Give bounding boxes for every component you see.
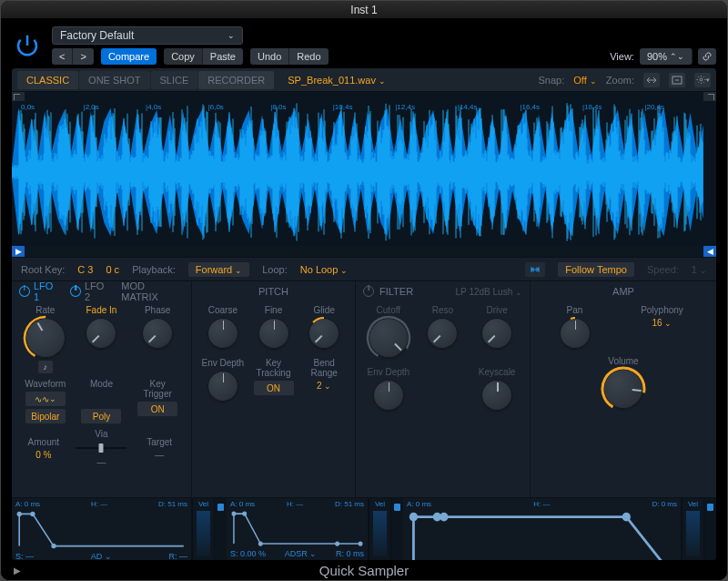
env2-mode[interactable]: ADSR ⌄ — [285, 549, 318, 558]
lfo-via-value[interactable]: — — [96, 457, 106, 467]
pitch-fine-knob[interactable] — [258, 318, 289, 349]
mode-recorder[interactable]: RECORDER — [198, 71, 274, 89]
filter-type-select[interactable]: LP 12dB Lush ⌄ — [456, 287, 522, 297]
zoom-fit-icon[interactable] — [643, 73, 660, 87]
lfo-keytrigger-toggle[interactable]: ON — [137, 402, 177, 416]
mode-one-shot[interactable]: ONE SHOT — [79, 71, 149, 89]
redo-button[interactable]: Redo — [289, 48, 328, 65]
tune-value[interactable]: 0 c — [106, 264, 119, 275]
env-pitch-graph[interactable] — [15, 510, 187, 550]
view-label: View: — [610, 51, 634, 62]
root-key-value[interactable]: C 3 — [77, 264, 93, 275]
filter-title: FILTER — [379, 286, 413, 297]
undo-button[interactable]: Undo — [250, 48, 289, 65]
lfo-target-value[interactable]: — — [155, 450, 164, 460]
lfo-phase-knob[interactable] — [142, 318, 173, 349]
env-filter-graph[interactable] — [230, 510, 364, 547]
env1-r[interactable]: R: — — [168, 552, 187, 560]
amp-volume-knob[interactable] — [603, 369, 643, 409]
loop-value[interactable]: No Loop ⌄ — [300, 264, 349, 275]
filter-cutoff-knob[interactable] — [369, 318, 409, 358]
filter-envdepth-knob[interactable] — [373, 380, 404, 411]
compare-button[interactable]: Compare — [101, 48, 157, 65]
env1-s[interactable]: S: — — [15, 552, 34, 560]
disclosure-play-icon[interactable]: ▶ — [14, 566, 21, 576]
lfo-amount-value[interactable]: 0 % — [35, 450, 51, 460]
lfo-via-slider[interactable] — [76, 442, 126, 454]
env3-vel-slider[interactable] — [703, 498, 716, 560]
time-ruler: 0,0s|2,0s|4,0s|6,0s|8,0s|10,4s|12,4s|14,… — [21, 103, 707, 111]
copy-button[interactable]: Copy — [164, 48, 203, 65]
pitch-envdepth-knob[interactable] — [207, 371, 238, 402]
settings-gear-icon[interactable]: ▾ — [694, 73, 711, 87]
env3-a[interactable]: A: 0 ms — [407, 500, 431, 508]
tab-mod-matrix[interactable]: MOD MATRIX — [121, 280, 184, 302]
mode-classic[interactable]: CLASSIC — [17, 71, 78, 89]
lfo-polarity-select[interactable]: Bipolar — [25, 409, 66, 423]
flex-icon[interactable] — [525, 262, 545, 277]
amp-pan-label: Pan — [567, 305, 583, 315]
loop-label: Loop: — [262, 264, 288, 275]
amp-polyphony-value[interactable]: 16 ⌄ — [652, 318, 672, 328]
pitch-bendrange-label: Bend Range — [310, 358, 337, 378]
playback-mode[interactable]: Forward ⌄ — [188, 262, 249, 277]
env-amp-graph[interactable] — [407, 510, 677, 560]
next-preset-button[interactable]: > — [73, 48, 93, 65]
env1-vel[interactable]: Vel — [192, 498, 214, 560]
pitch-bendrange-value[interactable]: 2 ⌄ — [317, 381, 331, 391]
trim-start-handle[interactable] — [12, 92, 25, 101]
lfo-waveform-select[interactable]: ∿∿⌄ — [25, 392, 66, 406]
preset-selector[interactable]: Factory Default ⌄ — [52, 26, 243, 45]
pitch-glide-knob[interactable] — [308, 318, 339, 349]
mode-slice[interactable]: SLICE — [151, 71, 198, 89]
svg-point-1 — [700, 78, 703, 81]
env1-vel-slider[interactable] — [214, 498, 227, 560]
env2-vel-slider[interactable] — [390, 498, 403, 560]
scroll-left-icon[interactable]: ▶ — [12, 246, 25, 257]
lfo-mode-select[interactable]: Poly — [81, 409, 121, 423]
window-titlebar[interactable]: Inst 1 — [1, 1, 727, 19]
lfo-fadein-label: Fade In — [86, 305, 117, 315]
sample-file-name[interactable]: SP_Break_011.wav ⌄ — [280, 75, 393, 86]
filter-drive-knob[interactable] — [481, 318, 512, 349]
paste-button[interactable]: Paste — [203, 48, 243, 65]
amp-pan-knob[interactable] — [560, 318, 591, 349]
tab-lfo2[interactable]: LFO 2 — [70, 280, 112, 302]
env2-d[interactable]: D: 51 ms — [335, 500, 364, 508]
pitch-coarse-knob[interactable] — [207, 318, 238, 349]
link-icon[interactable] — [698, 48, 716, 65]
pitch-keytrack-toggle[interactable]: ON — [254, 381, 294, 395]
env3-vel[interactable]: Vel — [682, 498, 703, 560]
snap-value[interactable]: Off ⌄ — [573, 75, 597, 86]
speed-value[interactable]: 1 ⌄ — [692, 264, 707, 275]
prev-preset-button[interactable]: < — [52, 48, 73, 65]
tab-lfo1[interactable]: LFO 1 — [19, 280, 61, 302]
trim-end-handle[interactable] — [703, 92, 716, 101]
zoom-selection-icon[interactable] — [669, 73, 685, 87]
env3-d[interactable]: D: 0 ms — [652, 500, 677, 508]
filter-reso-knob[interactable] — [427, 318, 458, 349]
env2-vel[interactable]: Vel — [369, 498, 390, 560]
env2-s[interactable]: S: 0.00 % — [230, 549, 266, 558]
view-zoom-select[interactable]: 90% ⌃⌄ — [640, 48, 693, 65]
lfo-rate-label: Rate — [35, 305, 55, 315]
env1-mode[interactable]: AD ⌄ — [91, 552, 112, 560]
env1-a[interactable]: A: 0 ms — [15, 500, 40, 508]
env2-r[interactable]: R: 0 ms — [336, 549, 364, 558]
scroll-right-icon[interactable]: ◀ — [703, 246, 716, 257]
filter-power-icon[interactable] — [363, 286, 374, 297]
env2-a[interactable]: A: 0 ms — [230, 500, 255, 508]
env1-h[interactable]: H: — — [91, 500, 107, 508]
plugin-power-button[interactable] — [12, 30, 43, 61]
filter-keyscale-knob[interactable] — [481, 380, 512, 411]
lfo-fadein-knob[interactable] — [86, 318, 116, 349]
env3-h[interactable]: H: — — [533, 500, 550, 508]
waveform-display[interactable]: 0,0s|2,0s|4,0s|6,0s|8,0s|10,4s|12,4s|14,… — [12, 92, 716, 258]
pitch-title: PITCH — [258, 286, 288, 297]
env1-d[interactable]: D: 51 ms — [158, 500, 187, 508]
snap-label: Snap: — [539, 75, 565, 86]
env2-h[interactable]: H: — — [287, 500, 303, 508]
lfo-sync-icon[interactable]: ♪ — [38, 361, 53, 373]
lfo-rate-knob[interactable] — [25, 318, 66, 358]
follow-tempo-toggle[interactable]: Follow Tempo — [558, 262, 634, 277]
